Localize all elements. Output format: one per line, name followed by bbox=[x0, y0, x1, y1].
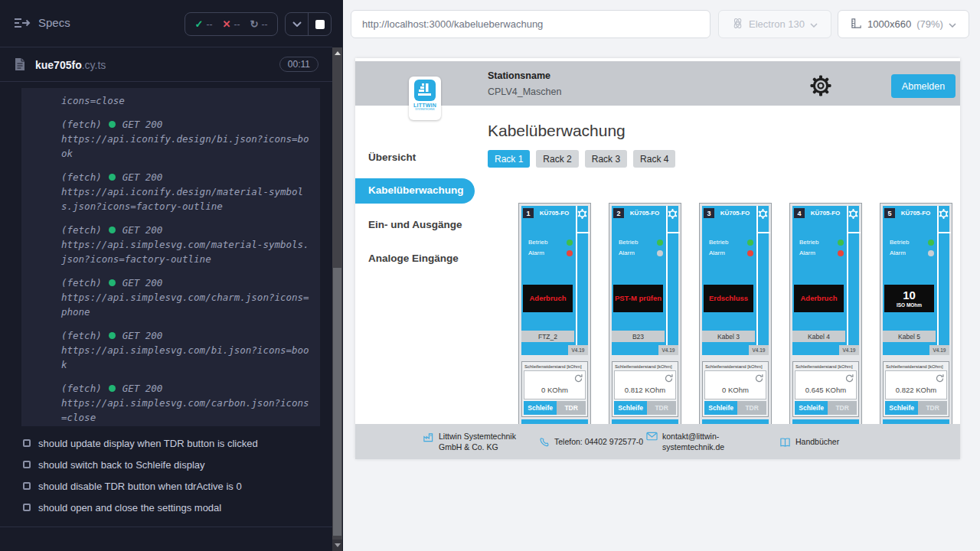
scrollbar-thumb[interactable] bbox=[333, 268, 341, 536]
spec-file-icon bbox=[15, 57, 25, 74]
log-entry[interactable]: (fetch)GET 200 https://api.simplesvg.com… bbox=[61, 381, 314, 425]
alarm-led bbox=[567, 250, 573, 256]
resistance-value: 0 KOhm bbox=[524, 386, 585, 394]
spec-file-row[interactable]: kue705fo.cy.ts 00:11 bbox=[0, 48, 332, 82]
viewport-selector[interactable]: 1000x660 (79%) bbox=[838, 10, 969, 38]
test-item[interactable]: should open and close the settings modal bbox=[0, 497, 332, 518]
refresh-icon[interactable] bbox=[754, 373, 764, 383]
tab-rack-3[interactable]: Rack 3 bbox=[585, 150, 627, 168]
tdr-button[interactable]: TDR bbox=[557, 401, 586, 415]
url-bar[interactable]: http://localhost:3000/kabelueberwachung bbox=[351, 10, 710, 38]
scroll-up-arrow[interactable] bbox=[332, 47, 342, 59]
sidebar-item-uebersicht[interactable]: Übersicht bbox=[368, 152, 416, 163]
betrieb-led-row: Betrieb bbox=[528, 239, 573, 246]
device-display: Aderbruch bbox=[794, 285, 844, 312]
rack-tabs: Rack 1 Rack 2 Rack 3 Rack 4 bbox=[488, 150, 675, 168]
device-gear-icon[interactable] bbox=[939, 208, 949, 218]
alarm-led-row: Alarm bbox=[799, 249, 844, 256]
device-card-3: 3 KÜ705-FO Betrieb Alarm Erdschluss Kabe… bbox=[699, 203, 772, 433]
sidebar-item-ein-und-ausgaenge[interactable]: Ein- und Ausgänge bbox=[368, 219, 462, 230]
log-entry[interactable]: (fetch)GET 200 https://api.iconify.desig… bbox=[61, 170, 314, 214]
firmware-version: V4.19 bbox=[568, 345, 588, 355]
reporter-scrollbar[interactable] bbox=[332, 47, 342, 551]
collapse-chevron-button[interactable] bbox=[286, 13, 308, 35]
device-gear-icon[interactable] bbox=[668, 208, 678, 218]
alarm-led-row: Alarm bbox=[528, 249, 573, 256]
device-face: 2 KÜ705-FO Betrieb Alarm PST-M prüfen B2… bbox=[612, 206, 678, 355]
alarm-led bbox=[928, 250, 934, 256]
log-entry[interactable]: (fetch)GET 200 https://api.simplesvg.com… bbox=[61, 276, 314, 319]
schleife-button[interactable]: Schleife bbox=[524, 401, 557, 415]
tab-rack-1[interactable]: Rack 1 bbox=[488, 150, 530, 168]
run-controls-group bbox=[285, 12, 332, 36]
reporter-topbar: Specs ✓-- ✕-- ↻-- bbox=[0, 0, 332, 47]
tdr-button[interactable]: TDR bbox=[737, 401, 766, 415]
refresh-icon[interactable] bbox=[664, 373, 674, 383]
firmware-version: V4.19 bbox=[749, 345, 769, 355]
schleife-button[interactable]: Schleife bbox=[885, 401, 918, 415]
command-log: icons=close (fetch)GET 200 https://api.i… bbox=[21, 88, 320, 426]
refresh-icon[interactable] bbox=[573, 373, 583, 383]
device-card-5: 5 KÜ705-FO Betrieb Alarm 10 ISO MOhm Kab… bbox=[880, 203, 952, 433]
tdr-button[interactable]: TDR bbox=[918, 401, 947, 415]
refresh-circle-icon: ↻ bbox=[250, 18, 259, 30]
browser-selector[interactable]: Electron 130 bbox=[718, 10, 831, 38]
test-stats-group: ✓-- ✕-- ↻-- bbox=[185, 12, 278, 36]
log-entry[interactable]: icons=close bbox=[61, 93, 314, 108]
station-label: Stationsname bbox=[488, 70, 550, 81]
device-gear-icon[interactable] bbox=[577, 208, 587, 218]
betrieb-led bbox=[657, 240, 663, 246]
resistance-valuebox: 0.645 KOhm bbox=[795, 370, 857, 399]
alarm-led bbox=[747, 250, 753, 256]
resistance-panel: Schleifenwiderstand [kOhm] 0.812 KOhm Sc… bbox=[612, 361, 678, 417]
alarm-led bbox=[838, 250, 844, 256]
refresh-icon[interactable] bbox=[935, 373, 945, 383]
log-entry[interactable]: (fetch)GET 200 https://api.simplesvg.com… bbox=[61, 328, 314, 372]
sidebar-item-kabelueberwachung[interactable]: Kabelüberwachung bbox=[355, 178, 475, 204]
spec-file-name: kue705fo.cy.ts bbox=[35, 59, 106, 71]
resistance-panel: Schleifenwiderstand [kOhm] 0 KOhm Schlei… bbox=[702, 361, 769, 417]
spec-timer-badge: 00:11 bbox=[279, 57, 318, 72]
resistance-panel: Schleifenwiderstand [kOhm] 0 KOhm Schlei… bbox=[521, 361, 588, 417]
logout-button[interactable]: Abmelden bbox=[891, 74, 956, 98]
firmware-version: V4.19 bbox=[658, 345, 678, 355]
schleife-button[interactable]: Schleife bbox=[704, 401, 737, 415]
footer-manuals[interactable]: Handbücher bbox=[779, 436, 839, 448]
device-number: 5 bbox=[884, 208, 895, 218]
test-list: should update display when TDR button is… bbox=[0, 432, 332, 518]
resistance-valuebox: 0 KOhm bbox=[704, 370, 766, 399]
device-card-2: 2 KÜ705-FO Betrieb Alarm PST-M prüfen B2… bbox=[609, 203, 681, 433]
tdr-button[interactable]: TDR bbox=[828, 401, 857, 415]
status-ok-dot bbox=[109, 279, 116, 286]
schleife-button[interactable]: Schleife bbox=[614, 401, 647, 415]
settings-gear-icon[interactable] bbox=[810, 75, 831, 96]
cable-name-label: Kabel 5 bbox=[883, 331, 936, 342]
device-side-column bbox=[847, 206, 859, 355]
resistance-panel: Schleifenwiderstand [kOhm] 0.645 KOhm Sc… bbox=[792, 361, 859, 417]
test-item[interactable]: should update display when TDR button is… bbox=[0, 432, 332, 454]
log-entry[interactable]: (fetch)GET 200 https://api.iconify.desig… bbox=[61, 117, 314, 161]
stop-run-button[interactable] bbox=[309, 13, 331, 35]
tdr-button[interactable]: TDR bbox=[647, 401, 676, 415]
sidebar-item-analoge-eingaenge[interactable]: Analoge Eingänge bbox=[368, 253, 459, 264]
specs-label: Specs bbox=[38, 16, 70, 29]
schleife-button[interactable]: Schleife bbox=[795, 401, 828, 415]
device-side-column bbox=[756, 206, 769, 355]
specs-toggle-icon[interactable] bbox=[14, 17, 31, 31]
device-model: KÜ705-FO bbox=[716, 210, 754, 217]
stat-passed: ✓-- bbox=[195, 18, 213, 30]
device-gear-icon[interactable] bbox=[848, 208, 858, 218]
scroll-down-arrow[interactable] bbox=[332, 540, 342, 551]
device-gear-icon[interactable] bbox=[758, 208, 768, 218]
tab-rack-2[interactable]: Rack 2 bbox=[536, 150, 578, 168]
log-entry[interactable]: (fetch)GET 200 https://api.simplesvg.com… bbox=[61, 223, 314, 266]
phone-icon bbox=[539, 437, 550, 448]
test-item[interactable]: should disable TDR button when tdrActive… bbox=[0, 475, 332, 497]
aut-area: http://localhost:3000/kabelueberwachung … bbox=[343, 0, 980, 551]
tab-rack-4[interactable]: Rack 4 bbox=[633, 150, 675, 168]
alarm-led-row: Alarm bbox=[619, 249, 663, 256]
refresh-icon[interactable] bbox=[844, 373, 854, 383]
cable-name-label: Kabel 3 bbox=[702, 331, 755, 342]
footer-email[interactable]: kontakt@littwin-systemtechnik.de bbox=[646, 431, 749, 452]
test-item[interactable]: should switch back to Schleife display bbox=[0, 454, 332, 475]
